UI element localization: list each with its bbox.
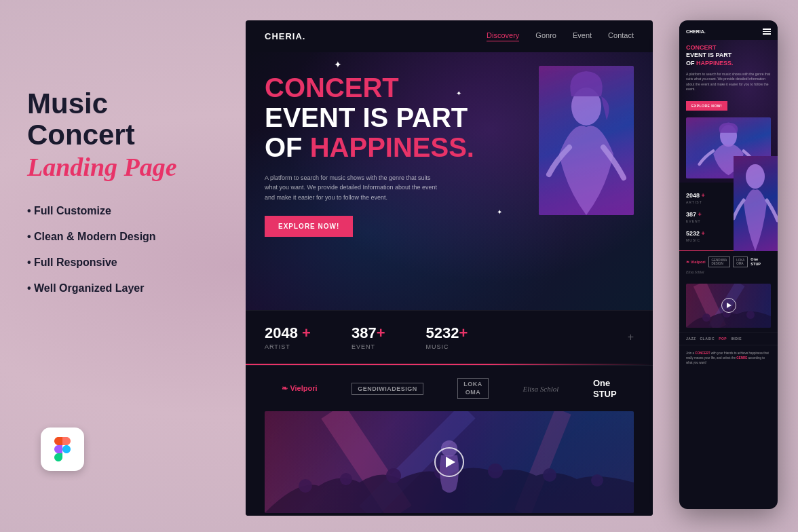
mobile-video-section: [679, 280, 778, 332]
figma-icon: [41, 428, 84, 471]
feature-item: • Full Responsive: [27, 256, 244, 269]
menu-line: [763, 33, 771, 35]
stat-event-label: EVENT: [352, 343, 385, 350]
mobile-explore-button[interactable]: EXPLORE NOW!: [686, 101, 727, 111]
features-list: • Full Customize • Clean & Modern Design…: [27, 205, 244, 294]
left-panel: Music Concert Landing Page • Full Custom…: [27, 88, 244, 308]
mobile-sponsor-onestup: OneSTUP: [750, 257, 761, 266]
hero-title-happiness: OF HAPPINESS.: [265, 132, 525, 162]
mobile-about-content: Join a CONCERT with your friends to achi…: [686, 351, 771, 366]
stat-event: 387+ EVENT: [352, 324, 385, 350]
desktop-preview: CHERIA. Discovery Gonro Event Contact ✦ …: [246, 20, 653, 516]
mobile-about-section: Join a CONCERT with your friends to achi…: [679, 345, 778, 371]
mobile-hero-desc: A platform to search for music shows wit…: [686, 72, 771, 92]
nav-link-discovery[interactable]: Discovery: [487, 31, 519, 41]
menu-line: [763, 28, 771, 30]
sponsor-elisa: Elisa Schlol: [522, 385, 558, 393]
stats-plus-icon: +: [628, 331, 634, 343]
hero-title-concert: CONCERT: [265, 73, 525, 102]
svg-point-9: [488, 463, 503, 478]
stat-artist-number: 2048 +: [265, 324, 311, 342]
sponsor-gendiwia: GENDIWIADESIGN: [352, 383, 423, 395]
desktop-video-section: [246, 411, 653, 516]
genre-tab-clasic[interactable]: CLASIC: [700, 337, 715, 341]
stat-music: 5232+ MUSIC: [426, 324, 468, 350]
title-concert: Concert: [27, 119, 244, 151]
stat-event-number: 387+: [352, 324, 385, 342]
stat-music-number: 5232+: [426, 324, 468, 342]
hero-content: CONCERT EVENT IS PART OF HAPPINESS. A pl…: [265, 59, 634, 237]
hero-title-event: EVENT IS PART: [265, 102, 525, 132]
mobile-side-image: [734, 156, 778, 251]
stat-artist: 2048 + ARTIST: [265, 324, 311, 350]
desktop-navbar: CHERIA. Discovery Gonro Event Contact: [246, 20, 653, 52]
mobile-menu-icon[interactable]: [763, 28, 771, 35]
svg-point-10: [543, 468, 556, 482]
mobile-stat-artist-num: 2048 +: [686, 192, 705, 199]
stat-music-label: MUSIC: [426, 343, 468, 350]
sponsor-onestup: OneSTUP: [593, 378, 617, 399]
nav-link-contact[interactable]: Contact: [608, 31, 634, 41]
svg-point-6: [340, 473, 352, 485]
play-triangle-icon: [446, 457, 455, 468]
mobile-logo: CHERIA.: [686, 29, 706, 34]
mobile-sponsor-gendiwia: GENDIWIADESIGN: [708, 256, 731, 267]
desktop-logo: CHERIA.: [265, 31, 305, 41]
explore-button[interactable]: EXPLORE NOW!: [265, 216, 353, 237]
svg-point-5: [299, 479, 312, 493]
mobile-stat-music-num: 5232 +: [686, 230, 705, 237]
desktop-hero: ✦ ✦ ✦ CONCERT EVENT IS PART OF HAPPINESS…: [246, 52, 653, 310]
menu-line: [763, 31, 771, 33]
title-music: Music: [27, 88, 244, 119]
mobile-play-triangle-icon: [727, 303, 732, 308]
mobile-sponsor-elisa: Elisa Schlol: [686, 270, 704, 274]
mobile-sponsor-loka: LOKAOMA: [733, 256, 748, 267]
mobile-preview: CHERIA. CONCERT EVENT IS PART OF HAPPINE…: [679, 20, 778, 509]
hero-image: [539, 66, 634, 215]
hero-description: A platform to search for music shows wit…: [265, 173, 441, 202]
nav-link-gonro[interactable]: Gonro: [535, 31, 556, 41]
mobile-genre-tabs: JAZZ CLASIC POP INDIE: [679, 332, 778, 345]
genre-tab-pop[interactable]: POP: [719, 337, 727, 341]
video-thumbnail[interactable]: [265, 411, 634, 513]
hero-title: CONCERT EVENT IS PART OF HAPPINESS.: [265, 73, 525, 162]
hero-text: CONCERT EVENT IS PART OF HAPPINESS. A pl…: [265, 59, 525, 237]
desktop-nav-links: Discovery Gonro Event Contact: [487, 31, 634, 41]
genre-tab-jazz[interactable]: JAZZ: [686, 337, 696, 341]
feature-item: • Well Organized Layer: [27, 282, 244, 294]
mobile-video-play-button[interactable]: [721, 298, 736, 313]
feature-item: • Full Customize: [27, 205, 244, 217]
sponsors-bar: Vielpori GENDIWIADESIGN LOKAOMA Elisa Sc…: [246, 365, 653, 411]
genre-tab-indie[interactable]: INDIE: [731, 337, 742, 341]
svg-point-19: [746, 311, 755, 319]
svg-point-17: [702, 314, 710, 322]
svg-point-11: [591, 474, 603, 487]
title-landing: Landing Page: [27, 151, 244, 184]
sponsor-vielpori: Vielpori: [282, 384, 317, 393]
mobile-stat-event-num: 387 +: [686, 211, 702, 218]
mobile-navbar: CHERIA.: [679, 20, 778, 40]
svg-point-14: [746, 164, 765, 189]
nav-link-event[interactable]: Event: [573, 31, 592, 41]
desktop-stats: 2048 + ARTIST 387+ EVENT 5232+ MUSIC +: [246, 310, 653, 364]
mobile-sponsor-vielpori: ❧ Vielpori: [686, 259, 706, 264]
feature-item: • Clean & Modern Design: [27, 231, 244, 243]
svg-point-7: [386, 468, 401, 483]
mobile-hero-title: CONCERT EVENT IS PART OF HAPPINESS.: [686, 44, 771, 68]
mobile-sponsors: ❧ Vielpori GENDIWIADESIGN LOKAOMA OneSTU…: [679, 251, 778, 280]
stat-artist-label: ARTIST: [265, 343, 311, 350]
mobile-video-thumbnail[interactable]: [686, 284, 771, 328]
sponsor-loka: LOKAOMA: [457, 378, 489, 399]
